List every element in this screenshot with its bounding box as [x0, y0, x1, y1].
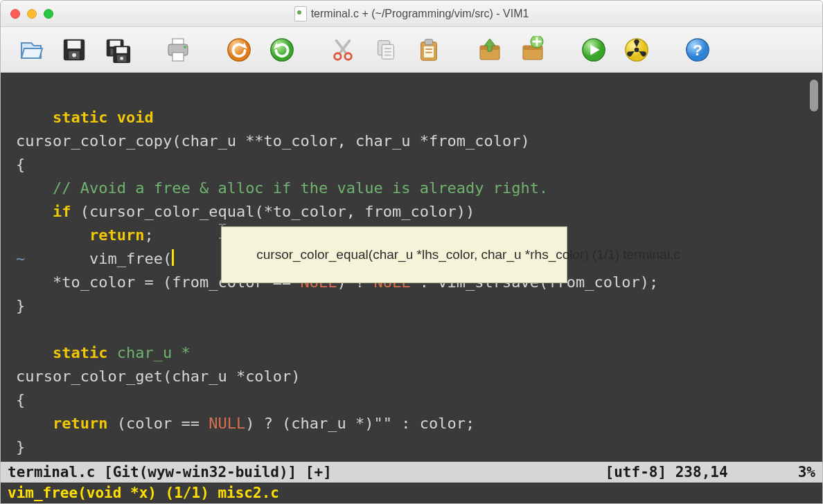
toolbar: ? — [1, 27, 822, 73]
redo-button[interactable] — [267, 35, 297, 65]
tilde: ~ — [16, 250, 25, 267]
svg-rect-5 — [110, 40, 121, 46]
keyword: return — [16, 226, 144, 244]
code-line: cursor_color_get(char_u *color) — [16, 368, 301, 385]
code-line: { — [16, 391, 25, 408]
type: char_u * — [107, 344, 190, 361]
svg-point-3 — [72, 53, 76, 57]
window: terminal.c + (~/Programming/vim/src) - V… — [0, 0, 823, 504]
svg-point-16 — [271, 38, 293, 60]
maximize-window-button[interactable] — [44, 9, 53, 19]
titlebar: terminal.c + (~/Programming/vim/src) - V… — [1, 1, 822, 27]
svg-rect-8 — [116, 47, 127, 53]
close-window-button[interactable] — [10, 9, 20, 19]
status-position: [utf-8] 238,14 3% — [605, 464, 815, 480]
keyword: if — [16, 203, 71, 220]
paste-button[interactable] — [414, 35, 444, 65]
svg-point-10 — [120, 57, 123, 60]
copy-button[interactable] — [371, 35, 401, 65]
code-editor[interactable]: static void cursor_color_copy(char_u **t… — [1, 73, 807, 462]
window-title: terminal.c + (~/Programming/vim/src) - V… — [1, 6, 822, 21]
status-line: terminal.c [Git(wyw-win32-build)] [+] [u… — [1, 462, 822, 483]
svg-point-15 — [228, 38, 250, 60]
tooltip-text: cursor_color_equal(char_u *lhs_color, ch… — [256, 247, 680, 262]
make-button[interactable] — [621, 35, 652, 65]
signature-tooltip: cursor_color_equal(char_u *lhs_color, ch… — [221, 226, 567, 283]
code-line: { — [16, 156, 25, 173]
null-literal: NULL — [209, 415, 245, 432]
window-title-text: terminal.c + (~/Programming/vim/src) - V… — [311, 8, 529, 20]
svg-point-36 — [635, 47, 639, 52]
text-cursor — [172, 249, 174, 266]
save-button[interactable] — [59, 35, 89, 65]
window-controls — [1, 9, 53, 19]
code-text: vim_free( — [53, 250, 172, 267]
svg-point-14 — [184, 46, 186, 48]
keyword: static void — [16, 109, 154, 126]
svg-rect-25 — [425, 39, 432, 44]
undo-button[interactable] — [224, 35, 254, 65]
code-text: (color == — [107, 415, 209, 432]
help-button[interactable]: ? — [682, 35, 713, 65]
code-line: } — [16, 438, 25, 456]
minimize-window-button[interactable] — [27, 9, 37, 19]
status-file-info: terminal.c [Git(wyw-win32-build)] [+] — [8, 464, 332, 480]
keyword: static — [16, 344, 107, 361]
command-text: vim_free(void *x) (1/1) misc2.c — [8, 485, 279, 501]
cut-button[interactable] — [328, 35, 358, 65]
scrollbar-thumb[interactable] — [810, 80, 818, 111]
svg-text:?: ? — [693, 40, 702, 58]
editor-area: static void cursor_color_copy(char_u **t… — [1, 73, 822, 462]
find-prev-button[interactable] — [475, 35, 505, 65]
save-all-button[interactable] — [102, 35, 132, 65]
code-text: ) ? (char_u *)"" : color; — [245, 415, 475, 432]
svg-point-18 — [345, 53, 352, 60]
run-button[interactable] — [578, 35, 609, 65]
svg-point-17 — [335, 53, 342, 60]
keyword: return — [16, 415, 107, 432]
code-line: cursor_color_copy(char_u **to_color, cha… — [16, 132, 530, 150]
code-text: (cursor_color_equal(*to_color, from_colo… — [71, 203, 475, 220]
svg-rect-1 — [68, 40, 81, 48]
vertical-scrollbar[interactable] — [807, 73, 822, 462]
file-type-icon — [294, 6, 307, 21]
command-line[interactable]: vim_free(void *x) (1/1) misc2.c — [1, 483, 822, 503]
comment: // Avoid a free & alloc if the value is … — [16, 179, 548, 197]
print-button[interactable] — [163, 35, 193, 65]
open-file-button[interactable] — [16, 35, 46, 65]
code-text: ; — [144, 226, 153, 244]
svg-rect-13 — [172, 53, 184, 61]
find-next-button[interactable] — [517, 35, 548, 65]
code-line: } — [16, 297, 25, 314]
